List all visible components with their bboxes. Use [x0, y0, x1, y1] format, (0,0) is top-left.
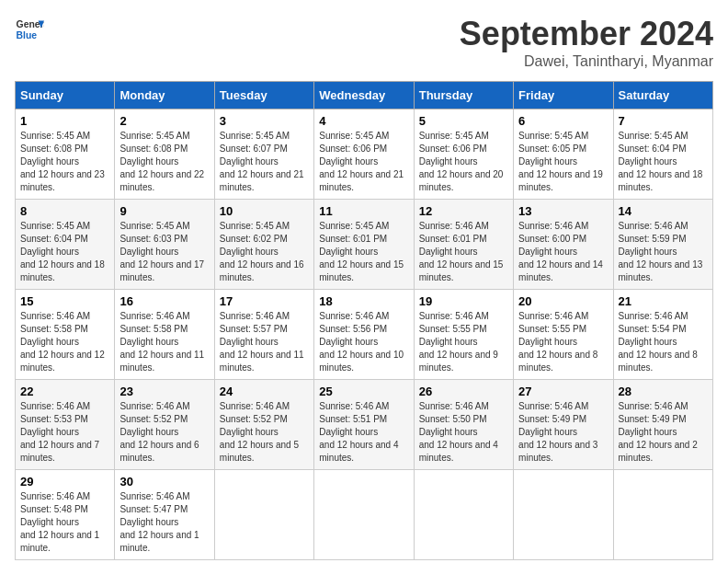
calendar-cell: 4 Sunrise: 5:45 AM Sunset: 6:06 PM Dayli…: [314, 109, 414, 200]
day-number: 30: [119, 475, 209, 488]
day-number: 3: [220, 114, 309, 128]
day-info: Sunrise: 5:46 AM Sunset: 5:58 PM Dayligh…: [119, 310, 209, 374]
logo-icon: General Blue: [15, 15, 44, 44]
calendar-week-row: 29 Sunrise: 5:46 AM Sunset: 5:48 PM Dayl…: [16, 470, 713, 560]
calendar-cell: [214, 470, 313, 560]
calendar-cell: 12 Sunrise: 5:46 AM Sunset: 6:01 PM Dayl…: [414, 200, 513, 290]
day-info: Sunrise: 5:46 AM Sunset: 5:52 PM Dayligh…: [220, 400, 309, 465]
header-sunday: Sunday: [16, 82, 115, 109]
day-number: 14: [619, 204, 708, 218]
header-friday: Friday: [514, 82, 613, 109]
header-monday: Monday: [115, 82, 214, 109]
day-number: 5: [419, 114, 508, 128]
calendar-cell: [314, 470, 414, 560]
calendar-week-row: 22 Sunrise: 5:46 AM Sunset: 5:53 PM Dayl…: [16, 380, 713, 470]
day-number: 26: [419, 385, 508, 398]
day-number: 23: [119, 385, 209, 398]
day-info: Sunrise: 5:46 AM Sunset: 5:48 PM Dayligh…: [20, 490, 109, 555]
calendar-cell: 13 Sunrise: 5:46 AM Sunset: 6:00 PM Dayl…: [514, 200, 613, 290]
calendar-cell: 10 Sunrise: 5:45 AM Sunset: 6:02 PM Dayl…: [214, 200, 313, 290]
day-info: Sunrise: 5:45 AM Sunset: 6:02 PM Dayligh…: [220, 220, 309, 284]
day-info: Sunrise: 5:46 AM Sunset: 5:55 PM Dayligh…: [419, 310, 508, 374]
title-area: September 2024 Dawei, Tanintharyi, Myanm…: [460, 15, 713, 70]
header-wednesday: Wednesday: [314, 82, 414, 109]
day-number: 8: [20, 204, 109, 218]
day-info: Sunrise: 5:46 AM Sunset: 5:51 PM Dayligh…: [319, 400, 408, 465]
calendar-cell: [414, 470, 513, 560]
calendar-cell: 3 Sunrise: 5:45 AM Sunset: 6:07 PM Dayli…: [214, 109, 313, 200]
calendar-cell: 15 Sunrise: 5:46 AM Sunset: 5:58 PM Dayl…: [16, 290, 115, 380]
calendar-cell: 30 Sunrise: 5:46 AM Sunset: 5:47 PM Dayl…: [115, 470, 214, 560]
header-tuesday: Tuesday: [214, 82, 313, 109]
day-number: 4: [319, 114, 408, 128]
day-info: Sunrise: 5:46 AM Sunset: 5:50 PM Dayligh…: [419, 400, 508, 465]
calendar-week-row: 1 Sunrise: 5:45 AM Sunset: 6:08 PM Dayli…: [16, 109, 713, 200]
calendar-cell: 17 Sunrise: 5:46 AM Sunset: 5:57 PM Dayl…: [214, 290, 313, 380]
calendar-cell: 20 Sunrise: 5:46 AM Sunset: 5:55 PM Dayl…: [514, 290, 613, 380]
location-subtitle: Dawei, Tanintharyi, Myanmar: [460, 53, 713, 70]
day-info: Sunrise: 5:46 AM Sunset: 6:00 PM Dayligh…: [518, 220, 608, 284]
day-info: Sunrise: 5:46 AM Sunset: 5:49 PM Dayligh…: [619, 400, 708, 465]
day-number: 24: [220, 385, 309, 398]
calendar-cell: 21 Sunrise: 5:46 AM Sunset: 5:54 PM Dayl…: [613, 290, 712, 380]
header-saturday: Saturday: [613, 82, 712, 109]
day-number: 2: [119, 114, 209, 128]
weekday-header-row: Sunday Monday Tuesday Wednesday Thursday…: [16, 82, 713, 109]
day-number: 12: [419, 204, 508, 218]
day-number: 15: [20, 294, 109, 308]
day-info: Sunrise: 5:46 AM Sunset: 5:57 PM Dayligh…: [220, 310, 309, 374]
calendar-cell: 11 Sunrise: 5:45 AM Sunset: 6:01 PM Dayl…: [314, 200, 414, 290]
logo: General Blue: [15, 15, 44, 44]
day-number: 10: [220, 204, 309, 218]
calendar-cell: 24 Sunrise: 5:46 AM Sunset: 5:52 PM Dayl…: [214, 380, 313, 470]
calendar-cell: [514, 470, 613, 560]
calendar-cell: 7 Sunrise: 5:45 AM Sunset: 6:04 PM Dayli…: [613, 109, 712, 200]
day-info: Sunrise: 5:45 AM Sunset: 6:06 PM Dayligh…: [319, 130, 408, 194]
calendar-cell: 29 Sunrise: 5:46 AM Sunset: 5:48 PM Dayl…: [16, 470, 115, 560]
calendar-cell: 1 Sunrise: 5:45 AM Sunset: 6:08 PM Dayli…: [16, 109, 115, 200]
calendar-cell: 16 Sunrise: 5:46 AM Sunset: 5:58 PM Dayl…: [115, 290, 214, 380]
day-number: 19: [419, 294, 508, 308]
day-info: Sunrise: 5:46 AM Sunset: 5:56 PM Dayligh…: [319, 310, 408, 374]
calendar-cell: 26 Sunrise: 5:46 AM Sunset: 5:50 PM Dayl…: [414, 380, 513, 470]
day-number: 25: [319, 385, 408, 398]
calendar-cell: [613, 470, 712, 560]
day-number: 13: [518, 204, 608, 218]
day-number: 17: [220, 294, 309, 308]
day-number: 20: [518, 294, 608, 308]
day-info: Sunrise: 5:45 AM Sunset: 6:06 PM Dayligh…: [419, 130, 508, 194]
day-info: Sunrise: 5:45 AM Sunset: 6:03 PM Dayligh…: [119, 220, 209, 284]
header: General Blue September 2024 Dawei, Tanin…: [15, 15, 713, 70]
calendar-cell: 25 Sunrise: 5:46 AM Sunset: 5:51 PM Dayl…: [314, 380, 414, 470]
day-info: Sunrise: 5:46 AM Sunset: 5:55 PM Dayligh…: [518, 310, 608, 374]
day-info: Sunrise: 5:45 AM Sunset: 6:04 PM Dayligh…: [20, 220, 109, 284]
calendar-week-row: 15 Sunrise: 5:46 AM Sunset: 5:58 PM Dayl…: [16, 290, 713, 380]
day-number: 6: [518, 114, 608, 128]
calendar-cell: 14 Sunrise: 5:46 AM Sunset: 5:59 PM Dayl…: [613, 200, 712, 290]
day-number: 16: [119, 294, 209, 308]
month-title: September 2024: [460, 15, 713, 53]
calendar-cell: 2 Sunrise: 5:45 AM Sunset: 6:08 PM Dayli…: [115, 109, 214, 200]
calendar-cell: 9 Sunrise: 5:45 AM Sunset: 6:03 PM Dayli…: [115, 200, 214, 290]
day-info: Sunrise: 5:46 AM Sunset: 5:58 PM Dayligh…: [20, 310, 109, 374]
calendar-week-row: 8 Sunrise: 5:45 AM Sunset: 6:04 PM Dayli…: [16, 200, 713, 290]
day-info: Sunrise: 5:46 AM Sunset: 5:49 PM Dayligh…: [518, 400, 608, 465]
day-number: 9: [119, 204, 209, 218]
day-info: Sunrise: 5:46 AM Sunset: 6:01 PM Dayligh…: [419, 220, 508, 284]
day-number: 21: [619, 294, 708, 308]
day-info: Sunrise: 5:45 AM Sunset: 6:08 PM Dayligh…: [20, 130, 109, 194]
day-number: 28: [619, 385, 708, 398]
day-info: Sunrise: 5:46 AM Sunset: 5:53 PM Dayligh…: [20, 400, 109, 465]
day-info: Sunrise: 5:46 AM Sunset: 5:59 PM Dayligh…: [619, 220, 708, 284]
calendar-cell: 23 Sunrise: 5:46 AM Sunset: 5:52 PM Dayl…: [115, 380, 214, 470]
calendar-cell: 5 Sunrise: 5:45 AM Sunset: 6:06 PM Dayli…: [414, 109, 513, 200]
day-number: 1: [20, 114, 109, 128]
svg-text:Blue: Blue: [17, 30, 38, 40]
day-number: 18: [319, 294, 408, 308]
calendar-cell: 8 Sunrise: 5:45 AM Sunset: 6:04 PM Dayli…: [16, 200, 115, 290]
day-info: Sunrise: 5:45 AM Sunset: 6:07 PM Dayligh…: [220, 130, 309, 194]
calendar-cell: 27 Sunrise: 5:46 AM Sunset: 5:49 PM Dayl…: [514, 380, 613, 470]
calendar-cell: 28 Sunrise: 5:46 AM Sunset: 5:49 PM Dayl…: [613, 380, 712, 470]
calendar-cell: 18 Sunrise: 5:46 AM Sunset: 5:56 PM Dayl…: [314, 290, 414, 380]
day-info: Sunrise: 5:46 AM Sunset: 5:54 PM Dayligh…: [619, 310, 708, 374]
